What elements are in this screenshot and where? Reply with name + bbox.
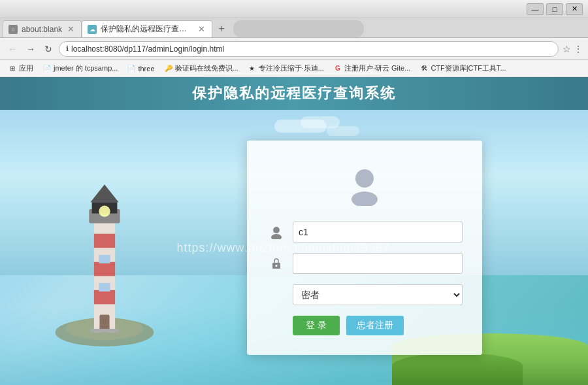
svg-rect-5 [94, 290, 115, 305]
apps-icon: ⊞ [8, 64, 17, 73]
captcha-icon: 🔑 [164, 64, 173, 73]
browser-chrome: — □ ✕ ○ about:blank ✕ ☁ 保护隐私的远程医疗查询系统 ✕ … [0, 0, 588, 77]
back-button[interactable]: ← [5, 42, 20, 56]
bookmark-star-icon[interactable]: ☆ [563, 44, 571, 54]
address-text: localhost:8080/dp117/adminLogin/login.ht… [71, 44, 551, 54]
minimize-button[interactable]: — [527, 3, 544, 15]
title-bar: — □ ✕ [0, 0, 588, 18]
svg-point-16 [273, 227, 280, 233]
svg-point-17 [271, 234, 282, 239]
svg-rect-13 [90, 329, 118, 332]
bookmark-apps-label: 应用 [19, 63, 33, 73]
username-icon [267, 222, 286, 242]
bookmark-three-label: three [138, 65, 154, 73]
login-icon-area [267, 167, 463, 209]
bookmark-captcha-label: 验证码在线免费识... [175, 63, 238, 73]
tab-about-blank[interactable]: ○ about:blank ✕ [3, 20, 82, 37]
three-icon: 📄 [127, 64, 136, 73]
ctf-icon: 🛠 [419, 64, 429, 73]
bookmark-jmeter[interactable]: 📄 jmeter 的 tcpsamp... [39, 61, 122, 76]
tab-favicon-2: ☁ [88, 25, 97, 34]
svg-rect-3 [94, 234, 115, 248]
bookmark-ledi[interactable]: ★ 专注冷压缩于·乐迪... [244, 61, 328, 76]
window-controls: — □ ✕ [527, 3, 583, 15]
svg-rect-11 [99, 283, 110, 292]
forward-button[interactable]: → [24, 42, 38, 56]
settings-icon[interactable]: ⋮ [574, 44, 583, 54]
bookmark-gite-label: 注册用户·研云 Gite... [344, 63, 410, 73]
svg-rect-12 [99, 255, 110, 263]
form-buttons: 登 录 忠者注册 [267, 316, 463, 335]
svg-point-15 [351, 192, 378, 206]
lighthouse-image [39, 163, 170, 346]
svg-marker-8 [90, 184, 118, 202]
svg-point-14 [355, 169, 374, 188]
tab-close-1[interactable]: ✕ [66, 24, 76, 34]
login-form: 密者 医生 管理员 登 录 忠者注册 [267, 222, 463, 335]
role-spacer [267, 285, 286, 305]
tab-title-1: about:blank [22, 25, 62, 34]
address-protocol-icon: ℹ [66, 44, 69, 53]
password-icon [267, 254, 286, 273]
bookmark-three[interactable]: 📄 three [123, 61, 158, 76]
role-row: 密者 医生 管理员 [267, 284, 463, 305]
gite-icon: G [333, 64, 342, 73]
tab-main[interactable]: ☁ 保护隐私的远程医疗查询系统 ✕ [82, 20, 212, 37]
new-tab-button[interactable]: + [212, 20, 231, 37]
password-row [267, 253, 463, 274]
svg-point-19 [276, 265, 278, 267]
address-bar: ← → ↻ ℹ localhost:8080/dp117/adminLogin/… [0, 38, 588, 60]
register-button[interactable]: 忠者注册 [346, 316, 404, 335]
maximize-button[interactable]: □ [546, 3, 563, 15]
tab-bar: ○ about:blank ✕ ☁ 保护隐私的远程医疗查询系统 ✕ + [0, 18, 588, 38]
main-background: https://www.huzhan.com/ishop39397 [0, 110, 588, 385]
refresh-button[interactable]: ↻ [42, 42, 55, 56]
close-button[interactable]: ✕ [566, 3, 583, 15]
login-box: 密者 医生 管理员 登 录 忠者注册 [247, 141, 482, 355]
bookmark-apps[interactable]: ⊞ 应用 [4, 61, 37, 76]
system-header: 保护隐私的远程医疗查询系统 [0, 77, 588, 110]
bookmarks-bar: ⊞ 应用 📄 jmeter 的 tcpsamp... 📄 three 🔑 验证码… [0, 60, 588, 77]
login-button[interactable]: 登 录 [293, 316, 340, 335]
username-row [267, 222, 463, 243]
system-title: 保护隐私的远程医疗查询系统 [192, 84, 396, 103]
bookmark-gite[interactable]: G 注册用户·研云 Gite... [329, 61, 414, 76]
svg-point-9 [99, 206, 110, 217]
ledi-icon: ★ [248, 64, 257, 73]
bookmark-captcha[interactable]: 🔑 验证码在线免费识... [160, 61, 242, 76]
page-content: 保护隐私的远程医疗查询系统 [0, 77, 588, 385]
bookmark-ctf-label: CTF资源库|CTF工具T... [431, 63, 506, 73]
address-input-wrap[interactable]: ℹ localhost:8080/dp117/adminLogin/login.… [59, 41, 559, 57]
bookmark-ctf[interactable]: 🛠 CTF资源库|CTF工具T... [416, 61, 510, 76]
address-actions: ☆ ⋮ [563, 44, 583, 54]
user-avatar-icon [348, 167, 381, 206]
bookmark-ledi-label: 专注冷压缩于·乐迪... [259, 63, 324, 73]
tab-favicon-1: ○ [8, 25, 18, 34]
bookmark-jmeter-label: jmeter 的 tcpsamp... [54, 63, 118, 73]
tab-close-2[interactable]: ✕ [197, 24, 206, 34]
username-input[interactable] [293, 222, 463, 243]
jmeter-icon: 📄 [42, 64, 52, 73]
password-input[interactable] [293, 253, 463, 274]
role-select[interactable]: 密者 医生 管理员 [293, 284, 463, 305]
svg-rect-4 [94, 262, 115, 276]
tab-title-2: 保护隐私的远程医疗查询系统 [101, 24, 193, 35]
